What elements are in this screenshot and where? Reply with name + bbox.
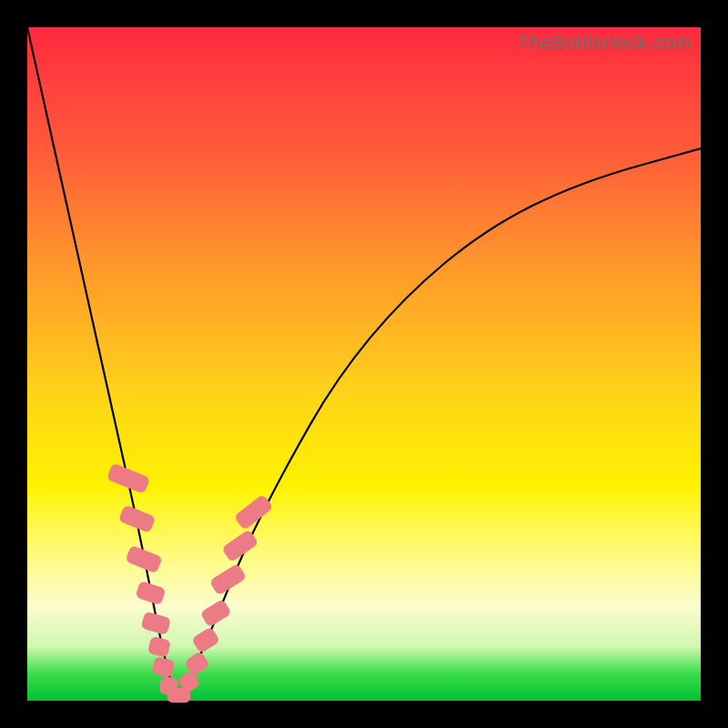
marker-capsule: [118, 504, 157, 533]
marker-capsule: [152, 656, 176, 677]
chart-plot: [27, 27, 701, 701]
curve-line: [27, 27, 701, 693]
marker-capsule: [106, 463, 150, 494]
marker-capsule: [200, 599, 232, 628]
marker-capsule: [191, 626, 220, 653]
marker-capsule: [125, 545, 163, 574]
marker-capsule: [147, 636, 171, 658]
chart-frame: TheBottleneck.com: [27, 27, 701, 701]
marker-capsule: [140, 612, 171, 636]
marker-capsule: [135, 581, 166, 605]
marker-capsule: [234, 494, 274, 531]
